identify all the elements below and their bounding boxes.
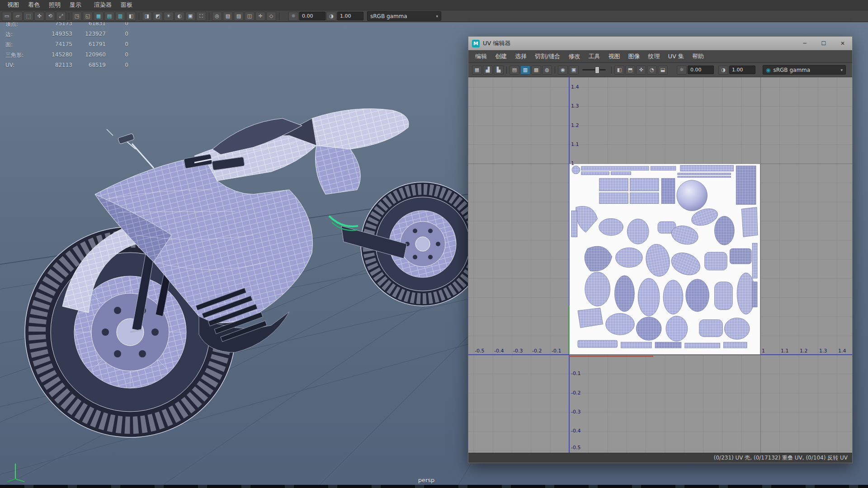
gamma-icon[interactable]: ◑ xyxy=(326,12,336,21)
textured-mode-icon[interactable]: ▣ xyxy=(185,12,195,21)
v-axis-label: 1.4 xyxy=(571,84,579,90)
u-axis-label: 1.1 xyxy=(781,348,789,354)
scale-tool-icon[interactable]: ⤢ xyxy=(56,12,66,21)
u-axis-label: 1.4 xyxy=(838,348,846,354)
screen-ao-icon[interactable]: ◎ xyxy=(212,12,222,21)
isolate-select-icon[interactable]: ⛶ xyxy=(196,12,206,21)
v-axis-label: -0.1 xyxy=(571,371,580,376)
menu-panels[interactable]: 面板 xyxy=(116,1,137,9)
menu-view[interactable]: 视图 xyxy=(3,1,24,9)
rgb-channels-icon[interactable]: ◉ xyxy=(558,66,568,75)
view-transform-value: sRGB gamma xyxy=(370,13,407,19)
hud-value: 0 xyxy=(106,31,128,38)
uv-menu-edit[interactable]: 编辑 xyxy=(471,52,491,61)
lighting-icon[interactable]: ☀ xyxy=(164,12,174,21)
menu-renderer[interactable]: 渲染器 xyxy=(90,1,116,9)
uv-menu-uv-sets[interactable]: UV 集 xyxy=(664,52,688,61)
under-tail xyxy=(316,145,361,194)
uv-canvas[interactable]: 1.4 1.3 1.2 1.1 1 -0.1 -0.2 -0.3 -0.4 -0… xyxy=(468,77,852,453)
uv-exposure-field[interactable]: 0.00 xyxy=(688,66,714,74)
uv-layout-icon[interactable]: ▙ xyxy=(494,66,504,75)
uv-borders-icon[interactable]: ▤ xyxy=(509,66,519,75)
lasso-tool-icon[interactable]: ▱ xyxy=(13,12,23,21)
rotate-tool-icon[interactable]: ⟲ xyxy=(45,12,55,21)
hud-value: 0 xyxy=(106,52,128,59)
uv-shaded-icon[interactable]: ▥ xyxy=(520,66,530,75)
uv-menu-tools[interactable]: 工具 xyxy=(584,52,604,61)
uv-view-transform-dropdown[interactable]: ◉ sRGB gamma ▾ xyxy=(763,65,846,75)
v-axis-label: 1.1 xyxy=(571,142,579,147)
snap-curve-icon[interactable]: ▤ xyxy=(104,12,114,21)
menu-shading[interactable]: 着色 xyxy=(24,1,44,9)
uv-pushpin-icon[interactable]: ⬒ xyxy=(625,66,635,75)
bookmark-icon[interactable]: ◱ xyxy=(83,12,93,21)
minimize-button[interactable]: ─ xyxy=(795,37,814,50)
snap-plane-icon[interactable]: ◧ xyxy=(126,12,136,21)
uv-overlap-icon[interactable]: ⬓ xyxy=(658,66,668,75)
u-axis-label: -0.2 xyxy=(532,348,542,354)
uv-gamma-icon[interactable]: ◑ xyxy=(718,66,728,75)
motorcycle-model xyxy=(25,109,485,437)
menu-show[interactable]: 显示 xyxy=(65,1,86,9)
uv-menu-help[interactable]: 帮助 xyxy=(688,52,708,61)
exposure-icon[interactable]: ☼ xyxy=(288,12,298,21)
uv-checker-icon[interactable]: ◍ xyxy=(542,66,552,75)
uv-isolate-icon[interactable]: ✜ xyxy=(636,66,646,75)
uv-shells[interactable] xyxy=(570,164,760,354)
snap-grid-icon[interactable]: ▦ xyxy=(94,12,104,21)
v-axis-label: 1.2 xyxy=(571,123,579,128)
uv-menu-image[interactable]: 图像 xyxy=(624,52,644,61)
hud-value: 68519 xyxy=(72,62,106,68)
u-axis-label: 1.3 xyxy=(819,348,827,354)
v-axis-label: 1.3 xyxy=(571,103,579,109)
select-tool-icon[interactable]: ▭ xyxy=(2,12,12,21)
pixel-snap-icon[interactable]: ◧ xyxy=(614,66,624,75)
exposure-field[interactable]: 0.00 xyxy=(299,12,326,20)
close-button[interactable]: ✕ xyxy=(833,37,852,50)
motion-blur-icon[interactable]: ▧ xyxy=(223,12,233,21)
camera-lock-icon[interactable]: ◳ xyxy=(72,12,82,21)
uv-menu-modify[interactable]: 修改 xyxy=(564,52,584,61)
multisample-icon[interactable]: ▨ xyxy=(234,12,244,21)
v-axis-label: 1 xyxy=(571,161,574,166)
toolbar-separator xyxy=(209,13,209,20)
menu-lighting[interactable]: 照明 xyxy=(44,1,65,9)
uv-texture-icon[interactable]: ◔ xyxy=(647,66,657,75)
wireframe-mode-icon[interactable]: ◨ xyxy=(142,12,152,21)
slider-thumb[interactable] xyxy=(595,66,599,74)
maximize-button[interactable]: ☐ xyxy=(814,37,833,50)
uv-menu-view[interactable]: 视图 xyxy=(604,52,624,61)
taskbar-sliver xyxy=(0,485,868,488)
view-transform-dropdown[interactable]: sRGB gamma ▾ xyxy=(367,11,441,21)
paint-select-icon[interactable]: ⬚ xyxy=(24,12,33,21)
snap-point-icon[interactable]: ▥ xyxy=(115,12,125,21)
uv-distortion-icon[interactable]: ▩ xyxy=(531,66,541,75)
uv-editor-titlebar[interactable]: M UV 编辑器 ─ ☐ ✕ xyxy=(468,37,852,50)
dim-image-slider[interactable] xyxy=(582,69,606,70)
gamma-field[interactable]: 1.00 xyxy=(337,12,363,20)
uv-menu-cut-sew[interactable]: 切割/缝合 xyxy=(531,52,564,61)
move-tool-icon[interactable]: ✣ xyxy=(34,12,44,21)
toolbar-separator xyxy=(139,13,139,20)
alpha-channel-icon[interactable]: ▣ xyxy=(569,66,579,75)
maya-logo-icon: M xyxy=(472,40,480,47)
shaded-mode-icon[interactable]: ◩ xyxy=(153,12,163,21)
depth-peel-icon[interactable]: ◫ xyxy=(245,12,255,21)
viewport-menubar: 视图 着色 照明 显示 渲染器 面板 xyxy=(0,0,868,10)
u-axis-label: -0.1 xyxy=(552,348,561,354)
uv-tile-icon[interactable]: ▟ xyxy=(483,66,493,75)
viewport-toolbar: ▭ ▱ ⬚ ✣ ⟲ ⤢ ◳ ◱ ▦ ▤ ▥ ◧ ◨ ◩ ☀ ◐ ▣ ⛶ ◎ ▧ … xyxy=(0,10,868,22)
uv-menu-textures[interactable]: 纹理 xyxy=(644,52,664,61)
v-axis-label: -0.4 xyxy=(571,428,580,434)
uv-menu-select[interactable]: 选择 xyxy=(511,52,531,61)
xray-icon[interactable]: ✛ xyxy=(255,12,265,21)
u-axis-label: -0.3 xyxy=(513,348,523,354)
handlebar-mirror xyxy=(107,129,212,168)
window-buttons: ─ ☐ ✕ xyxy=(795,37,852,50)
shadows-icon[interactable]: ◐ xyxy=(175,12,184,21)
uv-grid-icon[interactable]: ▦ xyxy=(472,66,482,75)
uv-menu-create[interactable]: 创建 xyxy=(491,52,511,61)
uv-gamma-field[interactable]: 1.00 xyxy=(729,66,755,74)
uv-exposure-icon[interactable]: ☼ xyxy=(677,66,687,75)
joint-xray-icon[interactable]: ◇ xyxy=(266,12,276,21)
